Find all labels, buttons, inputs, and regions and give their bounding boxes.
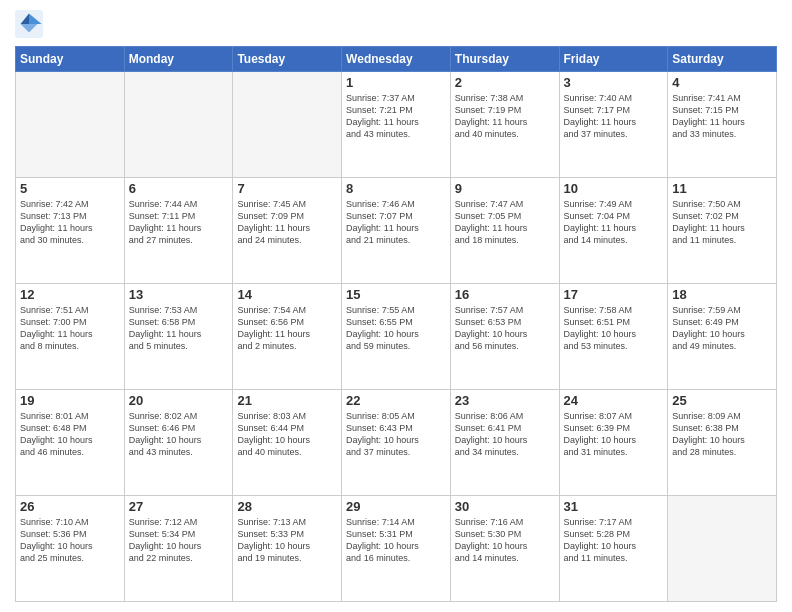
day-number: 12 [20,287,120,302]
day-cell: 15Sunrise: 7:55 AM Sunset: 6:55 PM Dayli… [342,284,451,390]
day-info: Sunrise: 7:46 AM Sunset: 7:07 PM Dayligh… [346,198,446,247]
day-cell: 3Sunrise: 7:40 AM Sunset: 7:17 PM Daylig… [559,72,668,178]
day-cell: 23Sunrise: 8:06 AM Sunset: 6:41 PM Dayli… [450,390,559,496]
day-info: Sunrise: 7:47 AM Sunset: 7:05 PM Dayligh… [455,198,555,247]
weekday-sunday: Sunday [16,47,125,72]
day-cell: 22Sunrise: 8:05 AM Sunset: 6:43 PM Dayli… [342,390,451,496]
day-cell: 13Sunrise: 7:53 AM Sunset: 6:58 PM Dayli… [124,284,233,390]
day-info: Sunrise: 7:50 AM Sunset: 7:02 PM Dayligh… [672,198,772,247]
day-number: 2 [455,75,555,90]
day-cell: 7Sunrise: 7:45 AM Sunset: 7:09 PM Daylig… [233,178,342,284]
day-cell [124,72,233,178]
week-row-4: 19Sunrise: 8:01 AM Sunset: 6:48 PM Dayli… [16,390,777,496]
day-info: Sunrise: 8:05 AM Sunset: 6:43 PM Dayligh… [346,410,446,459]
day-number: 9 [455,181,555,196]
day-info: Sunrise: 7:57 AM Sunset: 6:53 PM Dayligh… [455,304,555,353]
day-number: 27 [129,499,229,514]
day-cell: 30Sunrise: 7:16 AM Sunset: 5:30 PM Dayli… [450,496,559,602]
day-number: 6 [129,181,229,196]
page: SundayMondayTuesdayWednesdayThursdayFrid… [0,0,792,612]
day-info: Sunrise: 7:51 AM Sunset: 7:00 PM Dayligh… [20,304,120,353]
day-number: 1 [346,75,446,90]
day-cell: 24Sunrise: 8:07 AM Sunset: 6:39 PM Dayli… [559,390,668,496]
day-info: Sunrise: 7:42 AM Sunset: 7:13 PM Dayligh… [20,198,120,247]
day-cell: 31Sunrise: 7:17 AM Sunset: 5:28 PM Dayli… [559,496,668,602]
day-number: 30 [455,499,555,514]
day-number: 18 [672,287,772,302]
day-cell: 4Sunrise: 7:41 AM Sunset: 7:15 PM Daylig… [668,72,777,178]
day-info: Sunrise: 7:59 AM Sunset: 6:49 PM Dayligh… [672,304,772,353]
day-cell: 21Sunrise: 8:03 AM Sunset: 6:44 PM Dayli… [233,390,342,496]
weekday-friday: Friday [559,47,668,72]
day-number: 15 [346,287,446,302]
day-cell: 2Sunrise: 7:38 AM Sunset: 7:19 PM Daylig… [450,72,559,178]
day-number: 13 [129,287,229,302]
day-info: Sunrise: 8:01 AM Sunset: 6:48 PM Dayligh… [20,410,120,459]
day-number: 20 [129,393,229,408]
day-cell: 10Sunrise: 7:49 AM Sunset: 7:04 PM Dayli… [559,178,668,284]
day-info: Sunrise: 8:07 AM Sunset: 6:39 PM Dayligh… [564,410,664,459]
day-number: 21 [237,393,337,408]
weekday-tuesday: Tuesday [233,47,342,72]
day-number: 31 [564,499,664,514]
day-cell: 1Sunrise: 7:37 AM Sunset: 7:21 PM Daylig… [342,72,451,178]
day-info: Sunrise: 7:38 AM Sunset: 7:19 PM Dayligh… [455,92,555,141]
day-cell: 8Sunrise: 7:46 AM Sunset: 7:07 PM Daylig… [342,178,451,284]
day-cell: 14Sunrise: 7:54 AM Sunset: 6:56 PM Dayli… [233,284,342,390]
day-number: 5 [20,181,120,196]
day-cell: 12Sunrise: 7:51 AM Sunset: 7:00 PM Dayli… [16,284,125,390]
day-info: Sunrise: 7:17 AM Sunset: 5:28 PM Dayligh… [564,516,664,565]
weekday-saturday: Saturday [668,47,777,72]
day-info: Sunrise: 7:49 AM Sunset: 7:04 PM Dayligh… [564,198,664,247]
weekday-monday: Monday [124,47,233,72]
day-info: Sunrise: 7:41 AM Sunset: 7:15 PM Dayligh… [672,92,772,141]
day-cell: 19Sunrise: 8:01 AM Sunset: 6:48 PM Dayli… [16,390,125,496]
logo-icon [15,10,43,38]
day-cell: 16Sunrise: 7:57 AM Sunset: 6:53 PM Dayli… [450,284,559,390]
day-cell: 9Sunrise: 7:47 AM Sunset: 7:05 PM Daylig… [450,178,559,284]
day-number: 26 [20,499,120,514]
day-cell: 29Sunrise: 7:14 AM Sunset: 5:31 PM Dayli… [342,496,451,602]
day-cell: 17Sunrise: 7:58 AM Sunset: 6:51 PM Dayli… [559,284,668,390]
day-info: Sunrise: 7:13 AM Sunset: 5:33 PM Dayligh… [237,516,337,565]
day-number: 8 [346,181,446,196]
logo [15,10,47,38]
day-info: Sunrise: 8:09 AM Sunset: 6:38 PM Dayligh… [672,410,772,459]
day-number: 11 [672,181,772,196]
day-number: 4 [672,75,772,90]
day-info: Sunrise: 7:55 AM Sunset: 6:55 PM Dayligh… [346,304,446,353]
day-number: 14 [237,287,337,302]
day-info: Sunrise: 8:06 AM Sunset: 6:41 PM Dayligh… [455,410,555,459]
day-cell: 6Sunrise: 7:44 AM Sunset: 7:11 PM Daylig… [124,178,233,284]
day-info: Sunrise: 7:14 AM Sunset: 5:31 PM Dayligh… [346,516,446,565]
week-row-1: 1Sunrise: 7:37 AM Sunset: 7:21 PM Daylig… [16,72,777,178]
week-row-2: 5Sunrise: 7:42 AM Sunset: 7:13 PM Daylig… [16,178,777,284]
day-cell [668,496,777,602]
weekday-header-row: SundayMondayTuesdayWednesdayThursdayFrid… [16,47,777,72]
day-number: 25 [672,393,772,408]
day-cell: 5Sunrise: 7:42 AM Sunset: 7:13 PM Daylig… [16,178,125,284]
day-info: Sunrise: 7:45 AM Sunset: 7:09 PM Dayligh… [237,198,337,247]
day-cell: 26Sunrise: 7:10 AM Sunset: 5:36 PM Dayli… [16,496,125,602]
day-info: Sunrise: 7:12 AM Sunset: 5:34 PM Dayligh… [129,516,229,565]
day-info: Sunrise: 8:03 AM Sunset: 6:44 PM Dayligh… [237,410,337,459]
day-info: Sunrise: 7:40 AM Sunset: 7:17 PM Dayligh… [564,92,664,141]
day-info: Sunrise: 7:58 AM Sunset: 6:51 PM Dayligh… [564,304,664,353]
day-number: 16 [455,287,555,302]
day-cell: 28Sunrise: 7:13 AM Sunset: 5:33 PM Dayli… [233,496,342,602]
day-number: 24 [564,393,664,408]
day-info: Sunrise: 7:16 AM Sunset: 5:30 PM Dayligh… [455,516,555,565]
day-info: Sunrise: 7:54 AM Sunset: 6:56 PM Dayligh… [237,304,337,353]
day-cell: 27Sunrise: 7:12 AM Sunset: 5:34 PM Dayli… [124,496,233,602]
day-info: Sunrise: 7:53 AM Sunset: 6:58 PM Dayligh… [129,304,229,353]
day-cell [16,72,125,178]
weekday-wednesday: Wednesday [342,47,451,72]
header [15,10,777,38]
day-number: 3 [564,75,664,90]
day-cell: 25Sunrise: 8:09 AM Sunset: 6:38 PM Dayli… [668,390,777,496]
day-number: 19 [20,393,120,408]
day-cell: 11Sunrise: 7:50 AM Sunset: 7:02 PM Dayli… [668,178,777,284]
day-number: 23 [455,393,555,408]
calendar-table: SundayMondayTuesdayWednesdayThursdayFrid… [15,46,777,602]
day-cell: 20Sunrise: 8:02 AM Sunset: 6:46 PM Dayli… [124,390,233,496]
